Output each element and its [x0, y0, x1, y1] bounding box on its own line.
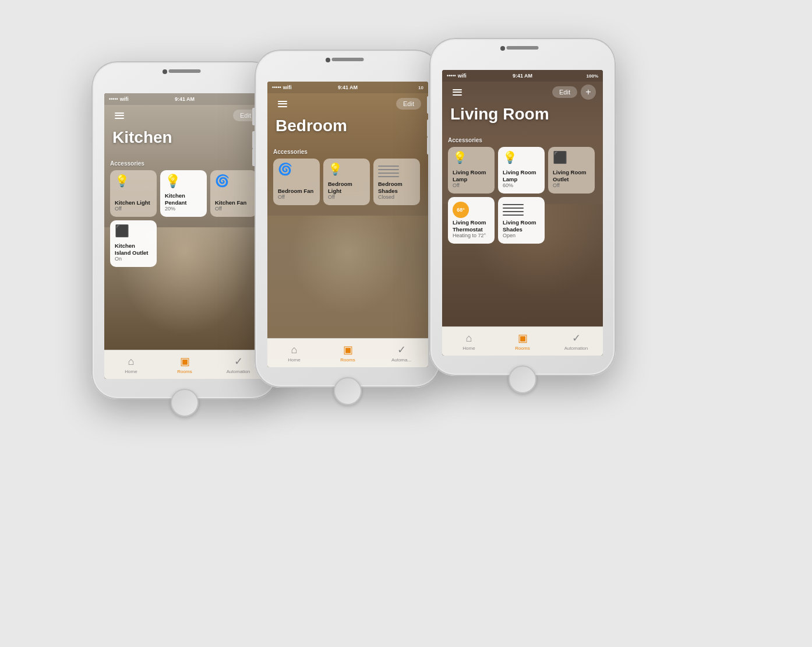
time-living: 9:41 AM [513, 73, 532, 79]
tile-living-outlet[interactable]: ⬛ Living Room Outlet Off [548, 147, 595, 194]
phone-kitchen: ••••• wifi 9:41 AM 10 Edit Kitchen [91, 61, 278, 399]
signal-bedroom: ••••• [272, 85, 281, 90]
status-living-outlet: Off [553, 182, 590, 189]
automation-icon-living: ✓ [572, 332, 581, 344]
status-bedroom-light: Off [328, 194, 365, 201]
home-button-kitchen[interactable] [171, 389, 199, 417]
menu-icon-bedroom[interactable] [274, 96, 291, 112]
icon-living-outlet: ⬛ [553, 152, 590, 163]
home-label-living: Home [463, 346, 475, 351]
accessories-label-kitchen: Accessories [110, 160, 259, 167]
accessories-label-living: Accessories [448, 137, 597, 143]
tile-living-lamp-on[interactable]: 💡 Living Room Lamp 60% [498, 147, 545, 194]
icon-kitchen-outlet: ⬛ [115, 225, 152, 237]
battery-text-bedroom: 10 [418, 85, 423, 90]
accessories-grid-living: 💡 Living Room Lamp Off 💡 Living Room Lam… [448, 147, 597, 244]
status-bar-bedroom: ••••• wifi 9:41 AM 10 [267, 82, 428, 93]
name-kitchen-outlet: Kitchen Island Outlet [115, 242, 152, 256]
icon-bedroom-light: 💡 [328, 163, 365, 175]
rooms-label-living: Rooms [515, 346, 529, 351]
edit-label-bedroom: Edit [403, 100, 414, 107]
tile-kitchen-outlet[interactable]: ⬛ Kitchen Island Outlet On [110, 220, 157, 267]
tile-living-thermostat[interactable]: 68° Living Room Thermostat Heating to 72… [448, 197, 495, 244]
screen-living: ••••• wifi 9:41 AM 100% Edit + [442, 70, 603, 356]
tile-kitchen-fan[interactable]: 🌀 Kitchen Fan Off [210, 170, 257, 217]
phone-bedroom: ••••• wifi 9:41 AM 10 Edit Bedroom Acces… [255, 50, 441, 388]
home-label-kitchen: Home [125, 369, 137, 374]
home-button-bedroom[interactable] [334, 377, 362, 405]
tab-home-kitchen[interactable]: ⌂ Home [104, 356, 158, 374]
icon-bedroom-fan: 🌀 [278, 163, 315, 175]
accessories-bedroom: Accessories 🌀 Bedroom Fan Off 💡 Bedroom … [273, 149, 422, 205]
status-left-kitchen: ••••• wifi [109, 96, 129, 102]
home-label-bedroom: Home [288, 357, 300, 363]
camera-living [500, 46, 505, 51]
menu-icon-kitchen[interactable] [111, 107, 128, 124]
tab-automation-bedroom[interactable]: ✓ Automa... [375, 343, 428, 363]
automation-icon-bedroom: ✓ [397, 343, 406, 356]
name-living-thermostat: Living Room Thermostat [453, 219, 490, 233]
status-left-bedroom: ••••• wifi [272, 85, 292, 90]
nav-bar-kitchen: Edit [104, 105, 265, 126]
tile-bedroom-shades[interactable]: Bedroom Shades Closed [373, 159, 420, 205]
edit-label-kitchen: Edit [240, 112, 251, 119]
tile-kitchen-light[interactable]: 💡 Kitchen Light Off [110, 170, 157, 217]
accessories-kitchen: Accessories 💡 Kitchen Light Off 💡 Kitch [110, 160, 259, 267]
edit-label-living: Edit [559, 89, 570, 96]
battery-living: 100% [587, 73, 598, 79]
tile-bedroom-light[interactable]: 💡 Bedroom Light Off [323, 159, 370, 205]
tab-home-living[interactable]: ⌂ Home [442, 332, 496, 351]
room-title-bedroom: Bedroom [276, 117, 347, 135]
icon-kitchen-fan: 🌀 [215, 175, 252, 187]
home-icon-kitchen: ⌂ [128, 356, 135, 368]
name-living-outlet: Living Room Outlet [553, 169, 590, 182]
status-living-shades: Open [503, 233, 540, 239]
menu-icon-living[interactable] [449, 84, 465, 100]
name-kitchen-pendant: Kitchen Pendant [165, 192, 202, 206]
status-kitchen-light: Off [115, 206, 152, 212]
tab-rooms-bedroom[interactable]: ▣ Rooms [321, 343, 375, 363]
tile-living-shades[interactable]: Living Room Shades Open [498, 197, 545, 244]
tile-living-lamp-off[interactable]: 💡 Living Room Lamp Off [448, 147, 495, 194]
tab-automation-living[interactable]: ✓ Automation [549, 332, 603, 351]
phones-container: ••••• wifi 9:41 AM 10 Edit Kitchen [57, 32, 755, 615]
tile-bedroom-fan[interactable]: 🌀 Bedroom Fan Off [273, 159, 320, 205]
signal-living: ••••• [447, 73, 456, 79]
accessories-grid-bedroom: 🌀 Bedroom Fan Off 💡 Bedroom Light Off [273, 159, 422, 205]
screen-bedroom: ••••• wifi 9:41 AM 10 Edit Bedroom Acces… [267, 82, 428, 367]
name-bedroom-light: Bedroom Light [328, 181, 365, 194]
nav-right-living: Edit + [552, 85, 596, 100]
camera-bedroom [326, 58, 330, 62]
tab-rooms-living[interactable]: ▣ Rooms [496, 332, 549, 351]
rooms-icon-living: ▣ [518, 332, 528, 344]
wifi-kitchen: wifi [120, 96, 129, 102]
name-living-lamp-on: Living Room Lamp [503, 169, 540, 182]
tile-kitchen-pendant[interactable]: 💡 Kitchen Pendant 20% [160, 170, 207, 217]
status-bedroom-shades: Closed [378, 194, 415, 201]
plus-icon-living: + [585, 87, 591, 97]
status-living-thermostat: Heating to 72° [453, 233, 490, 239]
tab-rooms-kitchen[interactable]: ▣ Rooms [158, 355, 211, 374]
status-living-lamp-on: 60% [503, 182, 540, 189]
status-bar-kitchen: ••••• wifi 9:41 AM 10 [104, 93, 265, 105]
tab-home-bedroom[interactable]: ⌂ Home [267, 344, 321, 363]
name-bedroom-shades: Bedroom Shades [378, 181, 415, 194]
status-left-living: ••••• wifi [447, 73, 467, 79]
battery-text-living: 100% [587, 73, 598, 79]
accessories-living: Accessories 💡 Living Room Lamp Off 💡 Liv… [448, 137, 597, 244]
status-bar-living: ••••• wifi 9:41 AM 100% [442, 70, 603, 82]
tab-bar-bedroom: ⌂ Home ▣ Rooms ✓ Automa... [267, 338, 428, 367]
bedroom-scene [267, 216, 428, 338]
icon-kitchen-light: 💡 [115, 175, 152, 187]
screen-kitchen: ••••• wifi 9:41 AM 10 Edit Kitchen [104, 93, 265, 379]
plus-button-living[interactable]: + [581, 85, 596, 100]
rooms-label-bedroom: Rooms [340, 357, 355, 363]
edit-button-bedroom[interactable]: Edit [396, 98, 421, 110]
shades-icon-bedroom [378, 163, 415, 177]
camera-kitchen [163, 69, 167, 74]
earpiece-living [507, 46, 539, 50]
edit-button-living[interactable]: Edit [552, 86, 577, 98]
home-button-living[interactable] [509, 365, 536, 393]
rooms-icon-bedroom: ▣ [343, 343, 353, 356]
rooms-icon-kitchen: ▣ [180, 355, 190, 368]
